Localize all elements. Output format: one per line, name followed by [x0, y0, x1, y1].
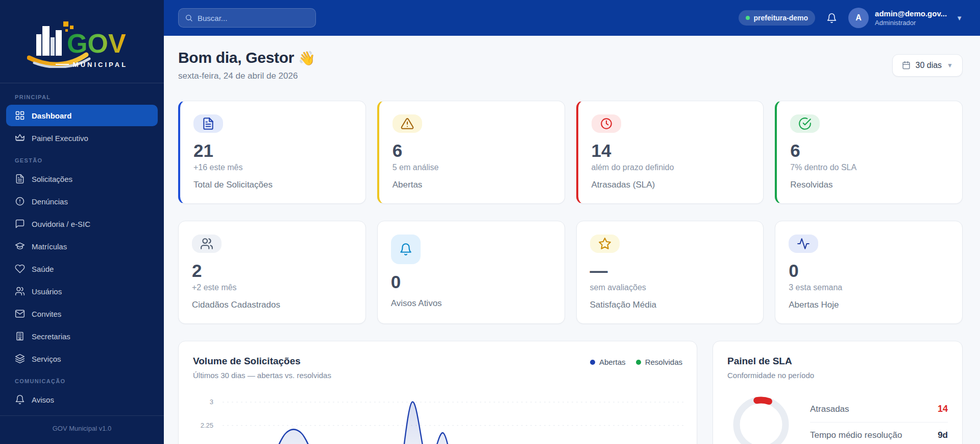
stat-card-avisos-ativos[interactable]: 0 Avisos Ativos [377, 221, 565, 324]
sla-row-atrasadas: Atrasadas 14 [810, 396, 948, 423]
stat-card-atrasadas-sla[interactable]: 14 além do prazo definido Atrasadas (SLA… [576, 101, 764, 204]
sidebar-item-solicitacoes[interactable]: Solicitações [6, 168, 158, 190]
bell-icon [391, 235, 421, 264]
panel-title: Volume de Solicitações [193, 356, 331, 367]
dashboard-content: Bom dia, Gestor 👋 sexta-feira, 24 de abr… [164, 36, 980, 444]
star-icon [590, 235, 620, 253]
sidebar-item-dashboard[interactable]: Dashboard [6, 105, 158, 126]
activity-icon [789, 235, 818, 253]
user-texts: admin@demo.gov... Administrador [875, 9, 947, 27]
period-label: 30 dias [916, 61, 942, 70]
volume-panel-titles: Volume de Solicitações Últimos 30 dias —… [193, 356, 331, 380]
stat-value: 0 [789, 262, 949, 279]
layers-icon [15, 354, 25, 364]
sla-rows: Atrasadas 14 Tempo médio resolução 9d [810, 396, 948, 444]
stat-card-cidadaos-cadastrados[interactable]: 2 +2 este mês Cidadãos Cadastrados [178, 221, 366, 324]
donut-track [737, 400, 786, 444]
sidebar-item-avisos[interactable]: Avisos [6, 389, 158, 410]
search-icon [185, 14, 193, 22]
stat-value: 6 [790, 142, 949, 159]
mail-icon [15, 309, 25, 319]
logo-title: GOV [67, 29, 126, 58]
stat-value: — [590, 262, 750, 279]
stat-label: Abertas [393, 180, 551, 190]
file-text-icon [15, 174, 25, 184]
sla-panel: Painel de SLA Conformidade no período At… [713, 341, 963, 444]
sla-row-value: 9d [938, 430, 948, 440]
sidebar-item-ouvidoria[interactable]: Ouvidoria / e-SIC [6, 213, 158, 235]
sidebar-item-usuarios[interactable]: Usuários [6, 281, 158, 302]
sidebar-item-label: Saúde [32, 265, 54, 273]
stat-subtext: além do prazo definido [592, 163, 750, 172]
notifications-button[interactable] [826, 13, 837, 24]
avatar[interactable]: A [848, 8, 869, 28]
page-header: Bom dia, Gestor 👋 sexta-feira, 24 de abr… [178, 49, 963, 81]
alert-circle-icon [15, 196, 25, 206]
stat-card-abertas-hoje[interactable]: 0 3 esta semana Abertas Hoje [775, 221, 963, 324]
stat-label: Avisos Ativos [391, 298, 551, 309]
sidebar-item-label: Secretarias [32, 332, 70, 341]
bell-icon [15, 394, 25, 405]
legend-label: Resolvidas [645, 358, 682, 366]
sidebar-item-label: Convites [32, 310, 61, 318]
sidebar-item-servicos[interactable]: Serviços [6, 348, 158, 369]
panel-subtitle: Últimos 30 dias — abertas vs. resolvidas [193, 371, 331, 380]
sidebar-item-label: Usuários [32, 287, 62, 296]
search-input[interactable] [198, 14, 309, 22]
users-icon [192, 235, 222, 253]
stat-card-satisfacao-media[interactable]: — sem avaliações Satisfação Média [576, 221, 764, 324]
stat-value: 21 [193, 142, 352, 159]
chevron-down-icon[interactable]: ▼ [956, 14, 963, 22]
stats-grid: 21 +16 este mês Total de Solicitações 6 … [178, 101, 963, 324]
calendar-icon [902, 61, 911, 69]
sla-body: Atrasadas 14 Tempo médio resolução 9d [727, 391, 948, 444]
stat-subtext: sem avaliações [590, 283, 750, 292]
sidebar-item-denuncias[interactable]: Denúncias [6, 191, 158, 212]
stat-subtext: 3 esta semana [789, 283, 949, 292]
check-circle-icon [790, 114, 820, 133]
stat-label: Abertas Hoje [789, 300, 949, 310]
sidebar-item-saude[interactable]: Saúde [6, 258, 158, 279]
legend-dot-abertas [590, 360, 595, 365]
volume-solicitacoes-panel: Volume de Solicitações Últimos 30 dias —… [178, 341, 697, 444]
crown-icon [15, 133, 25, 143]
user-role: Administrador [875, 19, 947, 27]
stat-label: Atrasadas (SLA) [592, 180, 750, 190]
bell-icon [826, 13, 837, 24]
tenant-badge-label: prefeitura-demo [754, 14, 808, 22]
message-square-icon [15, 219, 25, 229]
sidebar-item-label: Solicitações [32, 175, 72, 183]
chart-legend: Abertas Resolvidas [590, 358, 682, 366]
heart-icon [15, 264, 25, 274]
graduation-cap-icon [15, 241, 25, 251]
search-box[interactable] [178, 8, 316, 28]
sidebar-item-label: Painel Executivo [32, 134, 88, 143]
y-axis-tick: 3 [193, 398, 213, 406]
page-date: sexta-feira, 24 de abril de 2026 [178, 71, 315, 81]
legend-label: Abertas [599, 358, 626, 366]
volume-panel-header: Volume de Solicitações Últimos 30 dias —… [193, 356, 682, 380]
legend-dot-resolvidas [636, 360, 641, 365]
legend-item-resolvidas: Resolvidas [636, 358, 682, 366]
stat-card-abertas[interactable]: 6 5 em análise Abertas [377, 101, 565, 204]
sidebar-item-convites[interactable]: Convites [6, 303, 158, 324]
stat-subtext: 5 em análise [393, 163, 551, 172]
stat-card-resolvidas[interactable]: 6 7% dentro do SLA Resolvidas [775, 101, 963, 204]
file-text-icon [193, 114, 223, 133]
greeting-block: Bom dia, Gestor 👋 sexta-feira, 24 de abr… [178, 49, 315, 81]
sidebar-item-secretarias[interactable]: Secretarias [6, 325, 158, 347]
stat-label: Satisfação Média [590, 300, 750, 310]
stat-card-total-solicitacoes[interactable]: 21 +16 este mês Total de Solicitações [178, 101, 366, 204]
sla-row-tempo-medio: Tempo médio resolução 9d [810, 423, 948, 444]
period-selector-button[interactable]: 30 dias ▼ [892, 54, 963, 77]
chevron-down-icon: ▼ [947, 62, 953, 69]
tenant-badge[interactable]: prefeitura-demo [739, 10, 816, 26]
sidebar-item-noticias[interactable]: Notícias [6, 411, 158, 415]
stat-subtext: +16 este mês [193, 163, 352, 172]
greeting-text: Bom dia, Gestor [178, 49, 294, 66]
sidebar-item-matriculas[interactable]: Matrículas [6, 236, 158, 257]
user-menu[interactable]: A admin@demo.gov... Administrador ▼ [848, 8, 963, 28]
sla-donut-chart [727, 391, 795, 444]
sidebar-item-painel-executivo[interactable]: Painel Executivo [6, 127, 158, 149]
dashboard-icon [15, 110, 25, 121]
